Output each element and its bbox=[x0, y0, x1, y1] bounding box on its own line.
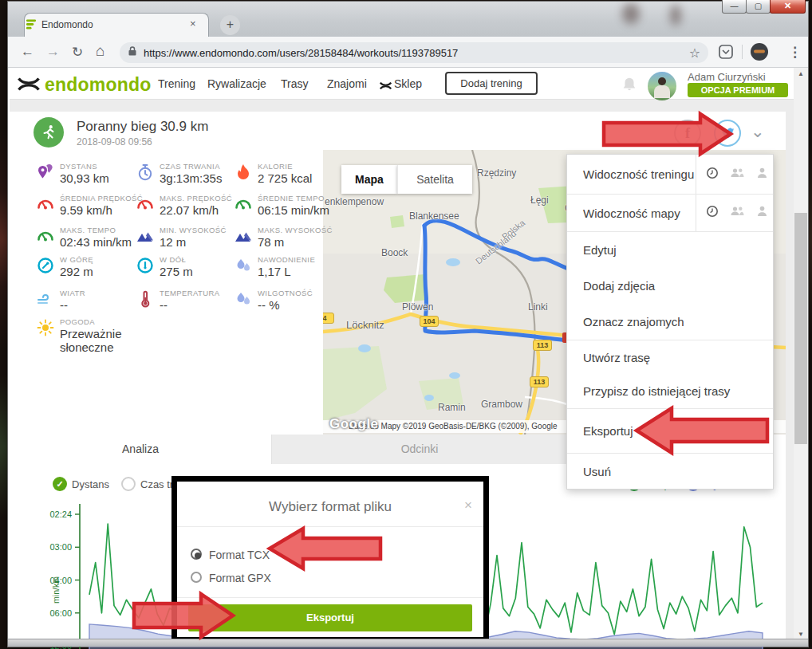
google-logo: Google bbox=[329, 416, 379, 432]
nav-znajomi[interactable]: Znajomi bbox=[327, 77, 367, 90]
reload-icon[interactable]: ↻ bbox=[72, 44, 83, 61]
address-bar[interactable]: https://www.endomondo.com/users/28158484… bbox=[120, 42, 708, 63]
stat-label: ŚREDNIA PRĘDKOŚĆ bbox=[60, 194, 143, 203]
map-type-satelita-button[interactable]: Satelita bbox=[397, 165, 472, 194]
premium-button[interactable]: OPCJA PREMIUM bbox=[688, 83, 788, 97]
scroll-up-icon[interactable]: ▲ bbox=[794, 68, 808, 81]
format-tcx-radio[interactable] bbox=[191, 549, 202, 560]
drops-icon bbox=[234, 289, 253, 309]
url-text[interactable]: https://www.endomondo.com/users/28158484… bbox=[144, 47, 458, 59]
stat-label: MIN. WYSOKOŚĆ bbox=[160, 226, 227, 234]
workout-actions-menu: Widoczność treninguWidoczność mapyEdytuj… bbox=[566, 154, 774, 490]
tab-analiza[interactable]: Analiza bbox=[10, 435, 271, 464]
user-name[interactable]: Adam Ciurzyński bbox=[688, 71, 766, 83]
menu-item-label: Dodaj zdjęcia bbox=[567, 279, 655, 293]
friends-icon[interactable] bbox=[730, 205, 745, 221]
stat-label: ŚREDNIE TEMPO bbox=[258, 194, 325, 203]
map-place-label: Löcknitz bbox=[346, 319, 384, 331]
stat-label: MAKS. WYSOKOŚĆ bbox=[258, 226, 333, 234]
modal-close-icon[interactable]: × bbox=[464, 498, 472, 513]
stat-value: 2 725 kcal bbox=[258, 171, 353, 185]
extension-icon[interactable] bbox=[718, 44, 734, 63]
window-bottom-frame bbox=[8, 639, 808, 647]
visibility-options bbox=[696, 195, 768, 231]
menu-item-label: Widoczność mapy bbox=[567, 206, 680, 220]
scrollbar-thumb[interactable] bbox=[794, 213, 807, 444]
minimize-button[interactable]: — bbox=[722, 0, 747, 14]
stat-label: MAKS. PRĘDKOŚĆ bbox=[160, 194, 232, 203]
map-place-label: Boock bbox=[381, 247, 408, 258]
nav-sklep[interactable]: Sklep bbox=[394, 77, 422, 90]
screenshot-root: — ▢ ✕ Endomondo × + ← → ↻ ⌂ https://www.… bbox=[0, 0, 812, 649]
clock-icon[interactable] bbox=[706, 167, 719, 183]
under-armour-logo[interactable] bbox=[18, 77, 40, 95]
map-place-label: Rzędziny bbox=[477, 167, 516, 179]
stat-label: MAKS. TEMPO bbox=[60, 226, 116, 234]
czas-toggle-label[interactable]: Czas tr bbox=[140, 478, 174, 490]
brand-wordmark[interactable]: endomondo bbox=[45, 74, 151, 96]
window-controls: — ▢ ✕ bbox=[723, 0, 806, 14]
clock-icon[interactable] bbox=[706, 205, 719, 221]
road-badge: 104 bbox=[420, 316, 439, 327]
add-training-button[interactable]: Dodaj trening bbox=[445, 72, 538, 95]
czas-radio-unchecked[interactable] bbox=[121, 477, 136, 491]
export-submit-button[interactable]: Eksportuj bbox=[188, 604, 472, 631]
browser-profile-avatar[interactable] bbox=[750, 42, 769, 65]
menu-item-edytuj[interactable]: Edytuj bbox=[567, 232, 773, 268]
maximize-button[interactable]: ▢ bbox=[746, 0, 771, 14]
menu-item-oznacz-znajomych[interactable]: Oznacz znajomych bbox=[567, 304, 773, 340]
format-tcx-label[interactable]: Format TCX bbox=[209, 549, 270, 561]
back-icon[interactable]: ← bbox=[21, 44, 34, 60]
gauge-icon bbox=[36, 226, 55, 246]
new-tab-button[interactable]: + bbox=[220, 15, 240, 35]
map-place-label: Plöwen bbox=[402, 301, 433, 313]
browser-menu-icon[interactable]: ⋮ bbox=[788, 44, 802, 61]
friends-icon[interactable] bbox=[730, 167, 745, 183]
person-icon[interactable] bbox=[756, 205, 768, 221]
twitter-share-icon[interactable] bbox=[714, 120, 741, 147]
titlebar-reflection bbox=[670, 5, 681, 26]
road-badge: 113 bbox=[533, 340, 552, 351]
menu-item-przypisz-do-istniej-cej-trasy[interactable]: Przypisz do istniejącej trasy bbox=[567, 374, 773, 408]
dystans-toggle-label[interactable]: Dystans bbox=[72, 478, 109, 490]
home-icon[interactable]: ⌂ bbox=[96, 42, 104, 60]
tab-close-icon[interactable]: × bbox=[190, 18, 196, 30]
shop-ua-icon bbox=[380, 79, 392, 93]
menu-item-dodaj-zdj-cia[interactable]: Dodaj zdjęcia bbox=[567, 268, 773, 304]
menu-item-widoczno-mapy[interactable]: Widoczność mapy bbox=[567, 195, 773, 231]
dystans-radio-checked[interactable]: ✓ bbox=[53, 477, 67, 491]
notifications-bell-icon[interactable] bbox=[621, 75, 638, 97]
page-scrollbar[interactable]: ▲ ▼ bbox=[794, 68, 808, 641]
menu-item-eksportuj[interactable]: Eksportuj bbox=[567, 409, 773, 453]
forward-icon[interactable]: → bbox=[46, 44, 60, 60]
menu-item-widoczno-treningu[interactable]: Widoczność treningu bbox=[567, 155, 773, 194]
nav-rywalizacje[interactable]: Rywalizacje bbox=[207, 77, 266, 90]
tab-title: Endomondo bbox=[41, 19, 93, 30]
chevron-down-icon[interactable]: ⌄ bbox=[751, 122, 765, 141]
wind-icon bbox=[36, 289, 55, 309]
menu-item-label: Utwórz trasę bbox=[567, 351, 650, 364]
titlebar-reflection bbox=[622, 3, 640, 24]
person-icon[interactable] bbox=[756, 167, 768, 183]
facebook-share-icon[interactable]: f bbox=[674, 120, 701, 147]
tab-odcinki[interactable]: Odcinki bbox=[271, 435, 568, 464]
stat-label: WIATR bbox=[60, 289, 85, 297]
nav-trening[interactable]: Trening bbox=[158, 77, 195, 90]
stat-value: 1,17 L bbox=[258, 265, 353, 278]
format-gpx-label[interactable]: Format GPX bbox=[209, 572, 271, 584]
stat-value: 06:15 min/km bbox=[258, 203, 353, 217]
menu-item-label: Usuń bbox=[567, 465, 611, 478]
menu-item-usu-[interactable]: Usuń bbox=[567, 454, 773, 489]
close-button[interactable]: ✕ bbox=[770, 0, 806, 14]
stat-value: -- % bbox=[258, 298, 353, 312]
nav-trasy[interactable]: Trasy bbox=[281, 77, 308, 90]
stat-value: Przeważnie słoneczne bbox=[60, 327, 156, 354]
format-gpx-radio[interactable] bbox=[191, 572, 202, 583]
menu-item-utw-rz-tras-[interactable]: Utwórz trasę bbox=[567, 340, 773, 374]
gauge-icon bbox=[234, 195, 253, 214]
gauge-icon bbox=[36, 195, 55, 214]
svg-text:06:00: 06:00 bbox=[49, 608, 72, 618]
bookmark-star-icon[interactable]: ☆ bbox=[689, 45, 700, 61]
user-avatar[interactable] bbox=[648, 72, 676, 100]
mountains-icon bbox=[234, 226, 253, 246]
